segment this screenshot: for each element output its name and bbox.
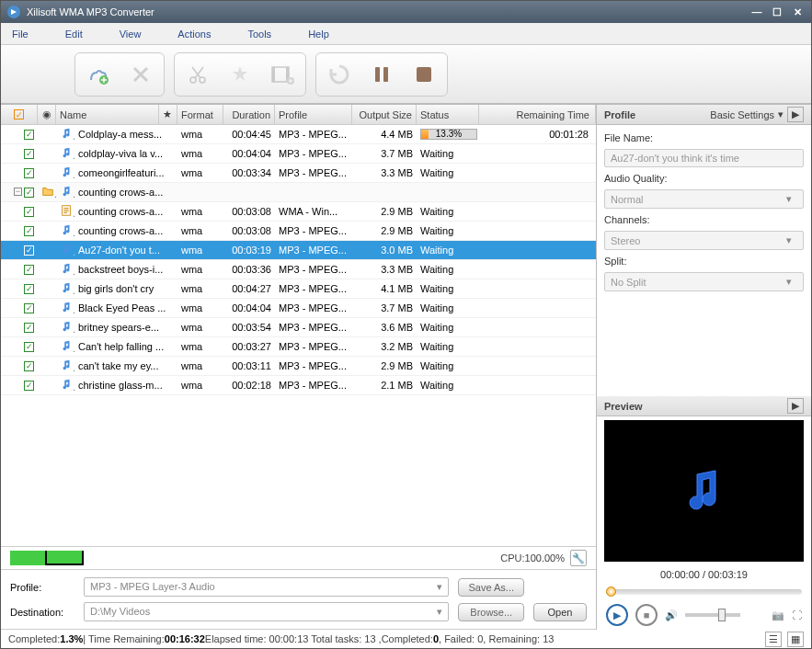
cpu-graph: [10, 551, 84, 565]
preview-panel-head: Preview ▶: [597, 396, 811, 416]
profile-select[interactable]: MP3 - MPEG Layer-3 Audio▾: [84, 577, 449, 597]
table-row[interactable]: ✓Black Eyed Peas ...wma00:04:04MP3 - MPE…: [1, 299, 596, 318]
thumb-view-button[interactable]: ▦: [787, 632, 804, 647]
play-button[interactable]: ▶: [606, 604, 628, 626]
fullscreen-button[interactable]: ⛶: [792, 609, 802, 621]
cpu-text: CPU:100.00%: [500, 552, 565, 564]
video-button[interactable]: [269, 61, 296, 88]
menu-edit[interactable]: Edit: [65, 28, 83, 40]
col-remaining[interactable]: Remaining Time: [479, 105, 596, 124]
table-row[interactable]: ✓backstreet boys-i...wma00:03:36MP3 - MP…: [1, 260, 596, 279]
app-window: Xilisoft WMA MP3 Converter — ☐ ✕ File Ed…: [0, 0, 812, 649]
status-bar: Completed: 1.3% | Time Remaining: 00:16:…: [1, 630, 811, 648]
col-format[interactable]: Format: [177, 105, 223, 124]
svg-rect-11: [63, 206, 71, 216]
quality-label: Audio Quality:: [604, 173, 804, 184]
table-row[interactable]: ✓Coldplay-a mess...wma00:04:45MP3 - MPEG…: [1, 125, 596, 144]
app-icon: [6, 5, 21, 19]
expand-button[interactable]: ▶: [787, 107, 804, 122]
volume-slider[interactable]: [685, 613, 740, 617]
menu-view[interactable]: View: [120, 28, 142, 40]
table-row[interactable]: ✓counting crows-a...wma00:03:08WMA - Win…: [1, 202, 596, 222]
add-file-button[interactable]: [85, 61, 112, 88]
table-row[interactable]: ✓can't take my ey...wma00:03:11MP3 - MPE…: [1, 357, 596, 376]
select-all-checkbox[interactable]: ✓: [14, 109, 24, 120]
stop-playback-button[interactable]: ■: [635, 604, 658, 626]
table-row[interactable]: ✓Au27-don't you t...wma00:03:19MP3 - MPE…: [1, 241, 596, 260]
split-select[interactable]: No Split▾: [604, 272, 804, 291]
bottom-form: Profile: MP3 - MPEG Layer-3 Audio▾ Save …: [1, 570, 596, 630]
table-row[interactable]: ✓britney spears-e...wma00:03:54MP3 - MPE…: [1, 318, 596, 337]
col-duration[interactable]: Duration: [223, 105, 275, 124]
svg-rect-5: [272, 67, 275, 82]
menu-file[interactable]: File: [12, 28, 29, 40]
svg-rect-9: [383, 67, 388, 82]
col-output[interactable]: Output Size: [352, 105, 417, 124]
profile-form: File Name: Au27-don't you think it's tim…: [597, 125, 811, 299]
table-row[interactable]: ✓coldplay-viva la v...wma00:04:04MP3 - M…: [1, 144, 596, 164]
effects-button[interactable]: [226, 61, 254, 88]
minimize-button[interactable]: —: [749, 6, 765, 18]
destination-input[interactable]: D:\My Videos▾: [84, 602, 449, 621]
destination-label: Destination:: [10, 607, 74, 618]
seek-slider[interactable]: [606, 589, 802, 595]
col-name[interactable]: Name: [56, 105, 159, 124]
settings-button[interactable]: 🔧: [570, 550, 587, 566]
cut-button[interactable]: [184, 61, 212, 88]
channels-select[interactable]: Stereo▾: [604, 231, 804, 250]
remove-button[interactable]: [127, 61, 154, 88]
menu-bar: File Edit View Actions Tools Help: [1, 23, 811, 45]
col-status[interactable]: Status: [417, 105, 479, 124]
grid-header: ✓ ◉ Name ★ Format Duration Profile Outpu…: [1, 105, 596, 125]
filename-label: File Name:: [604, 132, 804, 143]
profile-label: Profile:: [10, 582, 74, 593]
grid-body[interactable]: ✓Coldplay-a mess...wma00:04:45MP3 - MPEG…: [1, 125, 596, 546]
channels-label: Channels:: [604, 214, 804, 225]
browse-button[interactable]: Browse...: [458, 603, 524, 621]
cpu-bar: CPU:100.00% 🔧: [1, 546, 596, 570]
table-row[interactable]: ✓christine glass-m...wma00:02:18MP3 - MP…: [1, 376, 596, 395]
title-bar: Xilisoft WMA MP3 Converter — ☐ ✕: [1, 1, 811, 23]
quality-select[interactable]: Normal▾: [604, 189, 804, 209]
col-profile[interactable]: Profile: [275, 105, 352, 124]
profile-panel-head: Profile Basic Settings ▾ ▶: [597, 105, 811, 125]
col-star[interactable]: ★: [159, 105, 177, 124]
close-button[interactable]: ✕: [789, 6, 806, 18]
table-row[interactable]: −✓counting crows-a...: [1, 183, 596, 202]
table-row[interactable]: ✓Can't help falling ...wma00:03:27MP3 - …: [1, 337, 596, 357]
filename-input[interactable]: Au27-don't you think it's time: [604, 149, 804, 167]
table-row[interactable]: ✓counting crows-a...wma00:03:08MP3 - MPE…: [1, 222, 596, 241]
saveas-button[interactable]: Save As...: [458, 578, 524, 597]
preview-expand-button[interactable]: ▶: [787, 398, 804, 414]
toolbar: [1, 45, 811, 104]
maximize-button[interactable]: ☐: [769, 6, 785, 18]
music-note-icon: [677, 463, 732, 518]
menu-actions[interactable]: Actions: [177, 28, 211, 40]
menu-tools[interactable]: Tools: [247, 28, 271, 40]
pause-button[interactable]: [368, 61, 395, 88]
volume-icon[interactable]: 🔊: [665, 609, 678, 621]
open-button[interactable]: Open: [533, 603, 587, 621]
svg-rect-8: [375, 67, 380, 82]
menu-help[interactable]: Help: [308, 28, 329, 40]
stop-button[interactable]: [410, 61, 438, 88]
table-row[interactable]: ✓big girls don't crywma00:04:27MP3 - MPE…: [1, 279, 596, 299]
list-view-button[interactable]: ☰: [765, 632, 782, 647]
convert-button[interactable]: [326, 61, 353, 88]
preview-box: [604, 420, 804, 562]
record-icon[interactable]: ◉: [38, 105, 56, 124]
split-label: Split:: [604, 256, 804, 267]
basic-settings-dropdown[interactable]: Basic Settings: [710, 109, 774, 120]
svg-rect-10: [417, 67, 431, 82]
snapshot-button[interactable]: 📷: [772, 609, 784, 621]
table-row[interactable]: ✓comeongirlfeaturi...wma00:03:34MP3 - MP…: [1, 164, 596, 183]
window-title: Xilisoft WMA MP3 Converter: [27, 6, 154, 17]
preview-time: 00:00:00 / 00:03:19: [597, 565, 811, 584]
